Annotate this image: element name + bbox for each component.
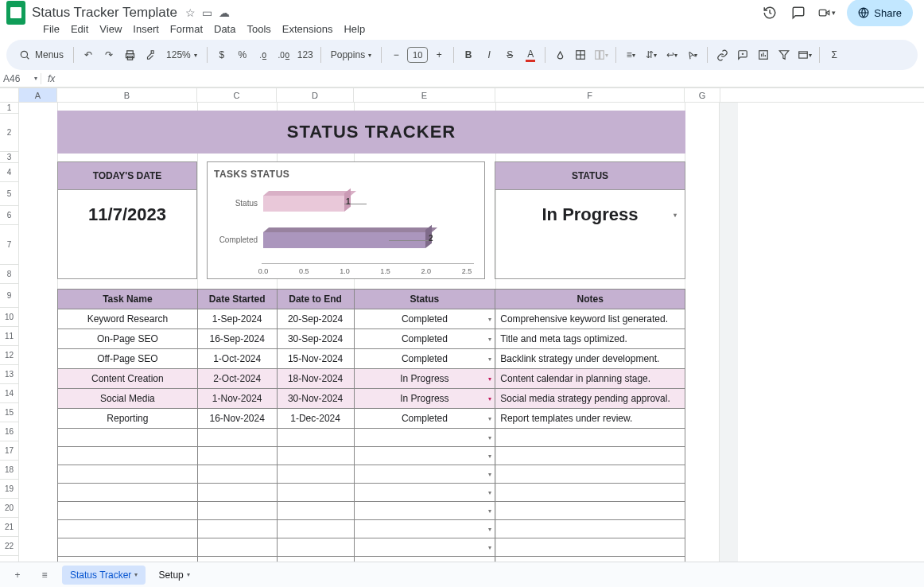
- row-header-18[interactable]: 18: [0, 461, 19, 480]
- dropdown-icon[interactable]: ▾: [488, 415, 491, 422]
- col-date-started[interactable]: Date Started: [197, 290, 277, 309]
- column-header-F[interactable]: F: [495, 88, 685, 102]
- dropdown-icon[interactable]: ▾: [488, 375, 491, 383]
- menu-data[interactable]: Data: [209, 22, 240, 37]
- menu-file[interactable]: File: [38, 22, 64, 37]
- row-header-3[interactable]: 3: [0, 152, 19, 163]
- dropdown-icon[interactable]: ▾: [488, 434, 491, 441]
- redo-button[interactable]: ↷: [99, 45, 118, 65]
- increase-font-button[interactable]: +: [429, 45, 448, 65]
- col-date-end[interactable]: Date to End: [277, 290, 354, 309]
- row-header-13[interactable]: 13: [0, 365, 19, 384]
- currency-button[interactable]: $: [212, 45, 231, 65]
- row-header-2[interactable]: 2: [0, 114, 19, 152]
- table-row[interactable]: ▾: [58, 538, 685, 557]
- row-header-17[interactable]: 17: [0, 441, 19, 461]
- row-header-1[interactable]: 1: [0, 103, 19, 114]
- row-header-5[interactable]: 5: [0, 182, 19, 206]
- table-row[interactable]: On-Page SEO16-Sep-202430-Sep-2024Complet…: [58, 329, 685, 349]
- row-header-9[interactable]: 9: [0, 284, 19, 308]
- menu-view[interactable]: View: [95, 22, 126, 37]
- row-header-19[interactable]: 19: [0, 480, 19, 499]
- increase-decimal-button[interactable]: .00̲: [274, 45, 293, 65]
- row-header-22[interactable]: 22: [0, 537, 19, 556]
- dropdown-icon[interactable]: ▾: [488, 336, 491, 343]
- row-header-7[interactable]: 7: [0, 225, 19, 265]
- h-align-button[interactable]: ≡▾: [621, 45, 640, 65]
- column-header-E[interactable]: E: [354, 88, 495, 102]
- comments-icon[interactable]: [790, 4, 807, 21]
- row-header-12[interactable]: 12: [0, 346, 19, 365]
- menu-insert[interactable]: Insert: [128, 22, 164, 37]
- col-status[interactable]: Status: [354, 290, 495, 309]
- select-all-corner[interactable]: [0, 88, 19, 102]
- v-align-button[interactable]: ⇵▾: [642, 45, 661, 65]
- table-row[interactable]: Content Creation2-Oct-202418-Nov-2024In …: [58, 369, 685, 389]
- menu-extensions[interactable]: Extensions: [278, 22, 338, 37]
- table-row[interactable]: ▾: [58, 484, 685, 502]
- doc-title[interactable]: Status Tracker Template: [32, 5, 177, 21]
- table-row[interactable]: Reporting16-Nov-20241-Dec-2024Completed▾…: [58, 409, 685, 429]
- column-header-B[interactable]: B: [57, 88, 197, 102]
- status-panel-value[interactable]: In Progress ▾: [495, 190, 685, 239]
- functions-button[interactable]: Σ: [825, 45, 844, 65]
- rotate-button[interactable]: A▾: [683, 45, 702, 65]
- filter-views-button[interactable]: ▾: [795, 45, 814, 65]
- text-color-button[interactable]: A: [521, 45, 540, 65]
- row-header-21[interactable]: 21: [0, 518, 19, 537]
- filter-button[interactable]: [775, 45, 794, 65]
- decrease-decimal-button[interactable]: .0̲: [254, 45, 273, 65]
- meet-icon[interactable]: ▾: [818, 4, 836, 21]
- column-header-A[interactable]: A: [19, 88, 57, 102]
- share-button[interactable]: Share: [847, 0, 913, 26]
- menu-format[interactable]: Format: [165, 22, 208, 37]
- row-header-8[interactable]: 8: [0, 265, 19, 284]
- insert-chart-button[interactable]: [754, 45, 773, 65]
- column-header-C[interactable]: C: [197, 88, 277, 102]
- col-notes[interactable]: Notes: [495, 290, 685, 309]
- menu-tools[interactable]: Tools: [242, 22, 275, 37]
- paint-format-button[interactable]: [141, 45, 160, 65]
- row-header-15[interactable]: 15: [0, 403, 19, 422]
- col-task-name[interactable]: Task Name: [58, 290, 198, 309]
- table-row[interactable]: ▾: [58, 502, 685, 520]
- italic-button[interactable]: I: [479, 45, 499, 65]
- tasks-status-chart[interactable]: TASKS STATUS Status Completed 1: [207, 161, 485, 279]
- column-header-D[interactable]: D: [277, 88, 354, 102]
- undo-button[interactable]: ↶: [79, 45, 98, 65]
- decrease-font-button[interactable]: −: [386, 45, 406, 65]
- star-icon[interactable]: ☆: [185, 6, 196, 19]
- column-header-G[interactable]: G: [685, 88, 720, 102]
- row-header-16[interactable]: 16: [0, 422, 19, 441]
- dropdown-icon[interactable]: ▾: [488, 395, 491, 402]
- cloud-sync-icon[interactable]: ☁: [219, 6, 230, 19]
- borders-button[interactable]: [571, 45, 590, 65]
- table-row[interactable]: Social Media1-Nov-202430-Nov-2024In Prog…: [58, 389, 685, 409]
- dropdown-icon[interactable]: ▾: [488, 453, 491, 460]
- percent-button[interactable]: %: [233, 45, 252, 65]
- menu-edit[interactable]: Edit: [66, 22, 93, 37]
- insert-comment-button[interactable]: [733, 45, 752, 65]
- today-date-value[interactable]: 11/7/2023: [58, 190, 196, 239]
- sheets-logo[interactable]: [6, 1, 25, 25]
- font-size-input[interactable]: 10: [407, 47, 428, 63]
- history-icon[interactable]: [761, 4, 778, 21]
- more-formats-button[interactable]: 123: [295, 45, 316, 65]
- link-button[interactable]: [712, 45, 732, 65]
- fill-color-button[interactable]: [550, 45, 569, 65]
- name-box[interactable]: A46▾: [0, 73, 41, 84]
- dropdown-icon[interactable]: ▾: [488, 544, 491, 551]
- dropdown-icon[interactable]: ▾: [488, 356, 491, 363]
- merge-button[interactable]: ▾: [592, 45, 611, 65]
- row-header-4[interactable]: 4: [0, 163, 19, 182]
- menu-help[interactable]: Help: [339, 22, 370, 37]
- dropdown-icon[interactable]: ▾: [488, 489, 491, 496]
- wrap-button[interactable]: ↩▾: [662, 45, 681, 65]
- dropdown-icon[interactable]: ▾: [488, 507, 491, 515]
- dropdown-icon[interactable]: ▾: [488, 316, 491, 323]
- table-row[interactable]: ▾: [58, 429, 685, 447]
- table-row[interactable]: Off-Page SEO1-Oct-202415-Nov-2024Complet…: [58, 349, 685, 369]
- table-row[interactable]: ▾: [58, 520, 685, 538]
- font-family-select[interactable]: Poppins ▾: [326, 45, 376, 65]
- table-row[interactable]: Keyword Research1-Sep-202420-Sep-2024Com…: [58, 309, 685, 329]
